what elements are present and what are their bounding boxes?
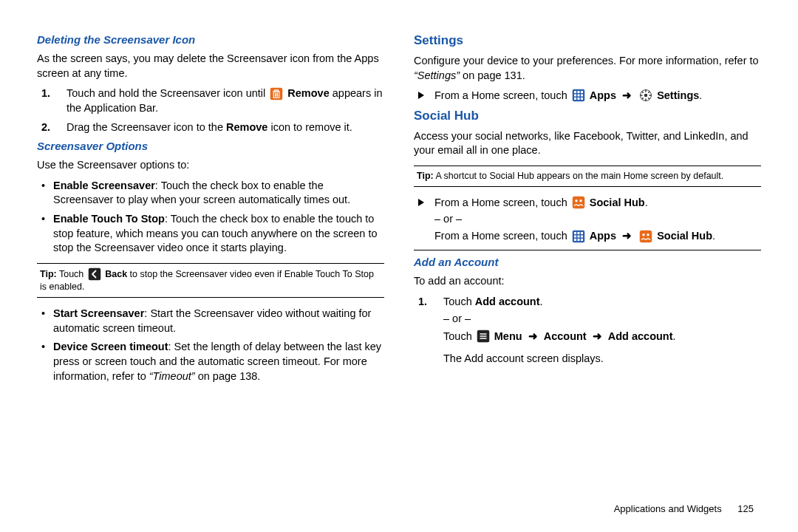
option-enable-touch-to-stop: Enable Touch To Stop: Touch the check bo… (50, 212, 384, 256)
footer-section: Applications and Widgets (614, 503, 722, 514)
options-list-bottom: Start Screensaver: Start the Screensaver… (37, 307, 384, 383)
or-separator: – or – (443, 312, 761, 327)
option-start-screensaver: Start Screensaver: Start the Screensaver… (50, 307, 384, 335)
divider (414, 250, 761, 250)
option-device-screen-timeout: Device Screen timeout: Set the length of… (50, 340, 384, 383)
heading-settings: Settings (414, 33, 761, 50)
left-column: Deleting the Screensaver Icon As the scr… (37, 30, 384, 510)
gear-icon (639, 89, 652, 102)
add-account-steps: 1. Touch Add account. – or – Touch Menu … (414, 295, 761, 366)
trash-icon (270, 87, 283, 100)
heading-add-account: Add an Account (414, 255, 761, 270)
or-separator: – or – (434, 212, 761, 227)
settings-steps: From a Home screen, touch Apps ➜ Setting… (414, 89, 761, 103)
right-column: Settings Configure your device to your p… (414, 30, 761, 510)
social-hub-step-1: From a Home screen, touch Social Hub. – … (432, 196, 761, 244)
tip-social-hub-shortcut: Tip: A shortcut to Social Hub appears on… (414, 166, 761, 188)
settings-intro: Configure your device to your preference… (414, 54, 761, 83)
deleting-intro-text: As the screen says, you may delete the S… (37, 52, 384, 81)
option-enable-screensaver: Enable Screensaver: Touch the check box … (50, 179, 384, 208)
deleting-step-1: 1. Touch and hold the Screensaver icon u… (62, 86, 384, 115)
social-hub-icon (639, 230, 652, 243)
page-footer: Applications and Widgets 125 (614, 502, 754, 516)
social-hub-intro: Access your social networks, like Facebo… (414, 129, 761, 158)
manual-page: Deleting the Screensaver Icon As the scr… (0, 0, 798, 525)
apps-icon (572, 89, 585, 102)
deleting-step-2: 2. Drag the Screensaver icon to the Remo… (62, 120, 384, 135)
add-account-result: The Add account screen displays. (443, 352, 761, 366)
arrow-icon: ➜ (593, 330, 602, 342)
menu-icon (477, 330, 490, 343)
heading-screensaver-options: Screensaver Options (37, 139, 384, 154)
options-intro-text: Use the Screensaver options to: (37, 158, 384, 173)
back-icon (88, 267, 101, 281)
deleting-steps: 1. Touch and hold the Screensaver icon u… (37, 86, 384, 134)
tip-back-stops-video: Tip: Touch Back to stop the Screensaver … (37, 263, 384, 299)
add-account-step-1: 1. Touch Add account. – or – Touch Menu … (439, 295, 761, 366)
arrow-icon: ➜ (528, 330, 538, 342)
social-hub-steps: From a Home screen, touch Social Hub. – … (414, 196, 761, 244)
heading-deleting-screensaver: Deleting the Screensaver Icon (37, 33, 384, 47)
arrow-icon: ➜ (622, 230, 632, 242)
arrow-icon: ➜ (622, 89, 632, 101)
footer-page-number: 125 (737, 502, 754, 516)
settings-step-1: From a Home screen, touch Apps ➜ Setting… (432, 89, 761, 103)
options-list-top: Enable Screensaver: Touch the check box … (37, 179, 384, 256)
add-account-intro: To add an account: (414, 274, 761, 289)
heading-social-hub: Social Hub (414, 108, 761, 125)
apps-icon (572, 230, 585, 243)
social-hub-icon (572, 196, 585, 209)
